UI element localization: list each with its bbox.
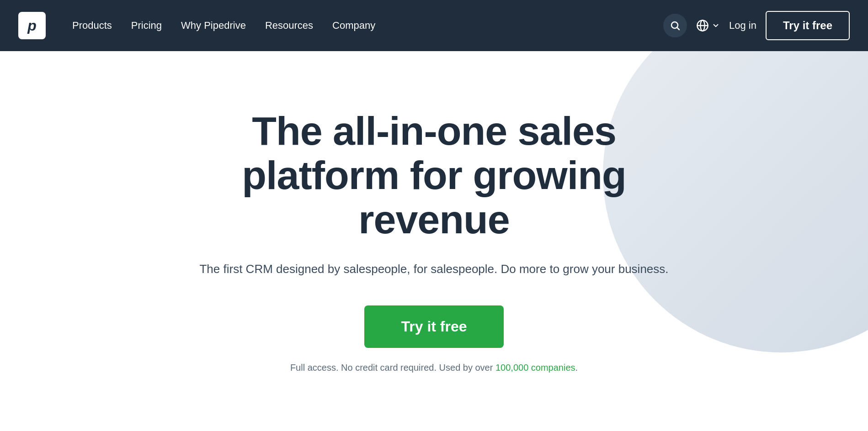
nav-resources[interactable]: Resources [257,15,321,36]
hero-section: The all-in-one sales platform for growin… [0,51,868,431]
logo-letter: p [27,17,37,34]
hero-try-free-button[interactable]: Try it free [364,305,503,348]
hero-content: The all-in-one sales platform for growin… [183,109,686,373]
fine-print-highlight: 100,000 companies [495,363,575,373]
fine-print-after: . [575,363,578,373]
chevron-down-icon [712,21,720,30]
nav-try-free-button[interactable]: Try it free [766,11,850,40]
nav-products[interactable]: Products [64,15,120,36]
fine-print-before: Full access. No credit card required. Us… [290,363,495,373]
search-button[interactable] [663,14,687,37]
svg-line-1 [677,28,679,30]
nav-right: Log in Try it free [663,11,850,40]
nav-links: Products Pricing Why Pipedrive Resources… [64,15,663,36]
hero-title: The all-in-one sales platform for growin… [183,109,686,242]
nav-company[interactable]: Company [324,15,383,36]
language-button[interactable] [696,19,720,32]
navbar: p Products Pricing Why Pipedrive Resourc… [0,0,868,51]
login-link[interactable]: Log in [729,20,756,32]
hero-fine-print: Full access. No credit card required. Us… [183,363,686,373]
hero-subtitle: The first CRM designed by salespeople, f… [183,260,686,278]
nav-why-pipedrive[interactable]: Why Pipedrive [173,15,254,36]
globe-icon [696,19,709,32]
search-icon [670,20,681,31]
nav-pricing[interactable]: Pricing [123,15,170,36]
logo[interactable]: p [18,12,46,39]
